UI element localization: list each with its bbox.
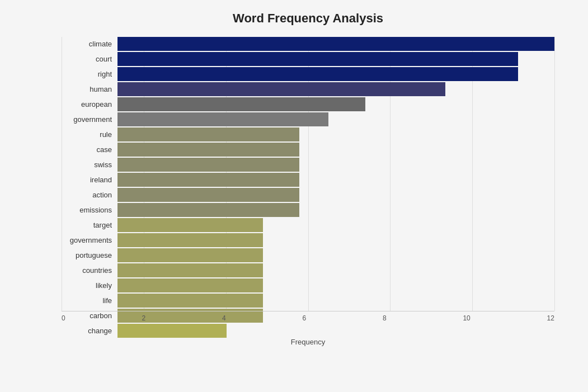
- bar-track: [117, 37, 554, 51]
- bar-track: [117, 82, 554, 96]
- gridline: [554, 37, 555, 311]
- x-tick: 10: [463, 314, 470, 322]
- bar-track: [117, 218, 554, 232]
- bar-label: governments: [62, 236, 117, 244]
- bar-label: climate: [62, 40, 117, 48]
- chart-area: climatecourtrighthumaneuropeangovernment…: [62, 37, 554, 356]
- bar-row: swiss: [62, 158, 554, 172]
- bar-fill: [117, 203, 299, 217]
- x-tick: 8: [383, 314, 387, 322]
- bar-row: action: [62, 188, 554, 202]
- bar-fill: [117, 233, 263, 247]
- bars-section: climatecourtrighthumaneuropeangovernment…: [62, 37, 554, 333]
- bar-row: countries: [62, 263, 554, 277]
- bar-track: [117, 173, 554, 187]
- bar-track: [117, 248, 554, 262]
- x-ticks-row: 024681012: [62, 311, 554, 322]
- bar-fill: [117, 218, 263, 232]
- bar-fill: [117, 82, 445, 96]
- bar-row: emissions: [62, 203, 554, 217]
- bar-fill: [117, 112, 328, 126]
- bar-label: case: [62, 145, 117, 154]
- x-tick: 4: [222, 314, 226, 322]
- bar-row: rule: [62, 127, 554, 141]
- bar-row: right: [62, 67, 554, 81]
- bar-fill: [117, 173, 299, 187]
- bar-fill: [117, 294, 263, 308]
- bar-label: target: [62, 221, 117, 229]
- bar-fill: [117, 127, 299, 141]
- bar-track: [117, 263, 554, 277]
- x-tick: 6: [302, 314, 306, 322]
- bar-fill: [117, 97, 365, 111]
- bar-label: life: [62, 296, 117, 305]
- bar-label: government: [62, 115, 117, 124]
- bar-row: likely: [62, 278, 554, 292]
- bar-row: governments: [62, 233, 554, 247]
- bar-label: human: [62, 85, 117, 93]
- bar-row: target: [62, 218, 554, 232]
- bar-row: climate: [62, 37, 554, 51]
- bar-fill: [117, 248, 263, 262]
- bar-track: [117, 188, 554, 202]
- bar-fill: [117, 158, 299, 172]
- bar-label: countries: [62, 266, 117, 275]
- x-tick: 0: [62, 314, 65, 322]
- bar-row: life: [62, 294, 554, 308]
- bar-label: portuguese: [62, 251, 117, 259]
- bar-track: [117, 233, 554, 247]
- bar-label: rule: [62, 130, 117, 139]
- bar-fill: [117, 143, 299, 157]
- bar-label: action: [62, 191, 117, 199]
- bar-label: european: [62, 100, 117, 108]
- bar-fill: [117, 263, 263, 277]
- bar-row: government: [62, 112, 554, 126]
- bar-fill: [117, 188, 299, 202]
- bar-row: european: [62, 97, 554, 111]
- bar-fill: [117, 278, 263, 292]
- bar-track: [117, 112, 554, 126]
- x-tick: 12: [547, 314, 554, 322]
- bar-label: swiss: [62, 160, 117, 169]
- bar-row: ireland: [62, 173, 554, 187]
- bar-label: likely: [62, 281, 117, 290]
- x-tick: 2: [142, 314, 145, 322]
- bar-track: [117, 294, 554, 308]
- bar-row: case: [62, 143, 554, 157]
- chart-container: Word Frequency Analysis climatecourtrigh…: [0, 0, 588, 392]
- bar-row: human: [62, 82, 554, 96]
- x-axis: 024681012: [62, 311, 554, 333]
- bar-track: [117, 203, 554, 217]
- bar-track: [117, 52, 554, 66]
- bar-track: [117, 278, 554, 292]
- x-axis-label: Frequency: [62, 338, 554, 346]
- bar-track: [117, 97, 554, 111]
- bar-fill: [117, 52, 518, 66]
- bar-track: [117, 143, 554, 157]
- chart-title: Word Frequency Analysis: [62, 11, 554, 26]
- bar-row: portuguese: [62, 248, 554, 262]
- bar-row: court: [62, 52, 554, 66]
- bar-fill: [117, 67, 518, 81]
- bar-label: court: [62, 55, 117, 63]
- bar-track: [117, 127, 554, 141]
- bar-track: [117, 158, 554, 172]
- bar-fill: [117, 37, 554, 51]
- bar-label: ireland: [62, 176, 117, 184]
- bar-label: right: [62, 70, 117, 78]
- bar-label: emissions: [62, 206, 117, 214]
- bar-track: [117, 67, 554, 81]
